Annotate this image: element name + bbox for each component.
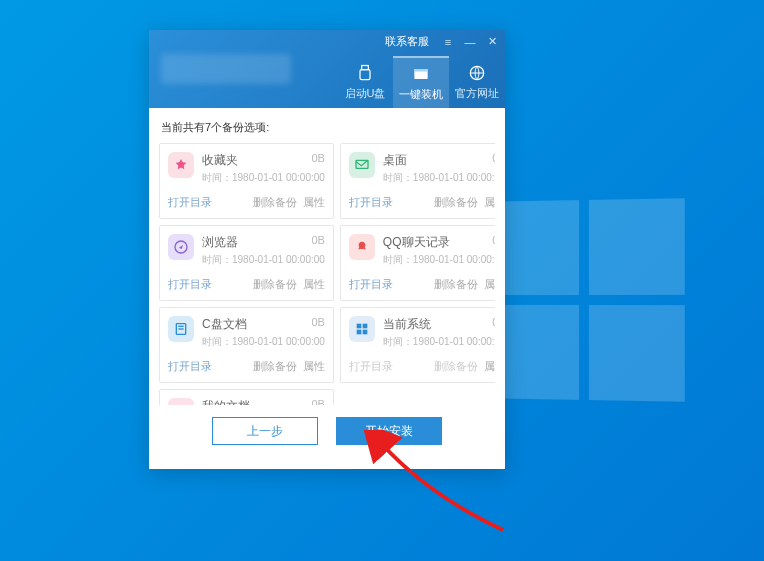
backup-icon [168, 316, 194, 342]
svg-rect-1 [360, 70, 370, 80]
backup-card: 当前系统0B时间：1980-01-01 00:00:00打开目录删除备份属性 [340, 307, 495, 383]
tab-boot-usb[interactable]: 启动U盘 [337, 56, 393, 108]
backup-card: 收藏夹0B时间：1980-01-01 00:00:00打开目录删除备份属性 [159, 143, 334, 219]
card-title: QQ聊天记录 [383, 234, 492, 251]
svg-rect-12 [357, 330, 362, 335]
start-install-button[interactable]: 开始安装 [336, 417, 442, 445]
delete-backup-link[interactable]: 删除备份 [253, 359, 297, 374]
dialog-footer: 上一步 开始安装 [159, 405, 495, 459]
card-time: 时间：1980-01-01 00:00:00 [383, 171, 495, 185]
app-dialog: 联系客服 ≡ — ✕ 启动U盘 一键装机 官方网址 当前共有7个备份选项: 收藏 [149, 30, 505, 469]
delete-backup-link[interactable]: 删除备份 [434, 195, 478, 210]
card-title: 当前系统 [383, 316, 492, 333]
backup-icon [168, 234, 194, 260]
delete-backup-link[interactable]: 删除备份 [434, 277, 478, 292]
tab-label: 启动U盘 [345, 86, 386, 101]
dialog-header: 联系客服 ≡ — ✕ 启动U盘 一键装机 官方网址 [149, 30, 505, 108]
attributes-link[interactable]: 属性 [303, 195, 325, 210]
open-folder-link[interactable]: 打开目录 [168, 277, 212, 292]
open-folder-link[interactable]: 打开目录 [349, 359, 393, 374]
backup-card: 桌面0B时间：1980-01-01 00:00:00打开目录删除备份属性 [340, 143, 495, 219]
svg-rect-0 [362, 66, 369, 70]
tab-label: 官方网址 [455, 86, 499, 101]
svg-rect-11 [363, 324, 368, 329]
titlebar: 联系客服 ≡ — ✕ [385, 34, 499, 49]
card-size: 0B [492, 316, 495, 333]
delete-backup-link[interactable]: 删除备份 [253, 195, 297, 210]
card-time: 时间：1980-01-01 00:00:00 [202, 171, 325, 185]
card-title: 桌面 [383, 152, 492, 169]
card-title: C盘文档 [202, 316, 311, 333]
menu-icon[interactable]: ≡ [441, 35, 455, 49]
open-folder-link[interactable]: 打开目录 [349, 277, 393, 292]
card-size: 0B [311, 398, 324, 405]
backup-icon [168, 398, 194, 405]
tab-official-site[interactable]: 官方网址 [449, 56, 505, 108]
backup-summary: 当前共有7个备份选项: [159, 118, 495, 143]
dialog-content: 当前共有7个备份选项: 收藏夹0B时间：1980-01-01 00:00:00打… [149, 108, 505, 469]
card-time: 时间：1980-01-01 00:00:00 [202, 253, 325, 267]
summary-prefix: 当前共有 [161, 121, 205, 133]
card-time: 时间：1980-01-01 00:00:00 [383, 253, 495, 267]
open-folder-link[interactable]: 打开目录 [349, 195, 393, 210]
card-size: 0B [311, 152, 324, 169]
card-size: 0B [311, 316, 324, 333]
svg-rect-3 [414, 69, 427, 72]
backup-icon [349, 316, 375, 342]
summary-suffix: 个备份选项: [211, 121, 269, 133]
backup-card: C盘文档0B时间：1980-01-01 00:00:00打开目录删除备份属性 [159, 307, 334, 383]
card-size: 0B [492, 152, 495, 169]
tab-label: 一键装机 [399, 87, 443, 102]
close-icon[interactable]: ✕ [485, 35, 499, 49]
delete-backup-link[interactable]: 删除备份 [434, 359, 478, 374]
backup-card: 我的文档0B时间：1980-01-01 00:00:00打开目录删除备份属性 [159, 389, 334, 405]
card-title: 我的文档 [202, 398, 311, 405]
attributes-link[interactable]: 属性 [484, 195, 495, 210]
attributes-link[interactable]: 属性 [484, 277, 495, 292]
usb-icon [355, 63, 375, 83]
backup-icon [349, 152, 375, 178]
attributes-link[interactable]: 属性 [303, 359, 325, 374]
contact-support-link[interactable]: 联系客服 [385, 34, 429, 49]
prev-button[interactable]: 上一步 [212, 417, 318, 445]
card-title: 浏览器 [202, 234, 311, 251]
svg-rect-13 [363, 330, 368, 335]
card-time: 时间：1980-01-01 00:00:00 [383, 335, 495, 349]
minimize-icon[interactable]: — [463, 35, 477, 49]
open-folder-link[interactable]: 打开目录 [168, 359, 212, 374]
app-logo [161, 54, 291, 84]
card-title: 收藏夹 [202, 152, 311, 169]
attributes-link[interactable]: 属性 [484, 359, 495, 374]
attributes-link[interactable]: 属性 [303, 277, 325, 292]
windows-logo-bg [487, 198, 685, 402]
backup-card: 浏览器0B时间：1980-01-01 00:00:00打开目录删除备份属性 [159, 225, 334, 301]
card-size: 0B [311, 234, 324, 251]
card-size: 0B [492, 234, 495, 251]
install-icon [411, 64, 431, 84]
open-folder-link[interactable]: 打开目录 [168, 195, 212, 210]
backup-icon [168, 152, 194, 178]
backup-card: QQ聊天记录0B时间：1980-01-01 00:00:00打开目录删除备份属性 [340, 225, 495, 301]
backup-cards-grid: 收藏夹0B时间：1980-01-01 00:00:00打开目录删除备份属性桌面0… [159, 143, 495, 405]
globe-icon [467, 63, 487, 83]
backup-icon [349, 234, 375, 260]
svg-rect-10 [357, 324, 362, 329]
delete-backup-link[interactable]: 删除备份 [253, 277, 297, 292]
tab-one-click-install[interactable]: 一键装机 [393, 56, 449, 108]
header-tabs: 启动U盘 一键装机 官方网址 [337, 50, 505, 108]
card-time: 时间：1980-01-01 00:00:00 [202, 335, 325, 349]
